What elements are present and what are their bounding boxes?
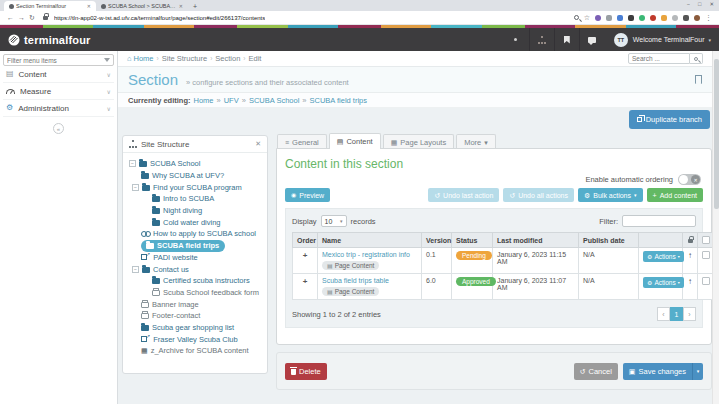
move-up-icon[interactable]: ↑ <box>688 277 692 286</box>
breadcrumb-section[interactable]: Section <box>215 54 240 63</box>
tree-node-label[interactable]: Night diving <box>163 206 202 215</box>
tab-page-layouts[interactable]: ▦Page Layouts <box>383 134 455 149</box>
tree-node-label[interactable]: Find your SCUBA program <box>153 183 242 192</box>
search-button[interactable] <box>690 53 703 64</box>
browser-menu-icon[interactable]: ⋮ <box>705 14 712 21</box>
save-changes-button[interactable]: ▣Save changes <box>623 363 692 380</box>
content-item-link[interactable]: Scuba field trips table <box>322 277 417 284</box>
tree-node-label[interactable]: z_Archive for SCUBA content <box>151 346 249 355</box>
zoom-icon[interactable] <box>574 15 579 20</box>
back-icon[interactable]: ← <box>7 14 14 21</box>
move-up-icon[interactable]: ↑ <box>688 251 692 260</box>
editing-path-scuba-school[interactable]: SCUBA School <box>249 96 299 105</box>
tree-node-label[interactable]: Fraser Valley Scuba Club <box>153 335 237 344</box>
row-checkbox[interactable] <box>702 251 710 259</box>
cancel-button[interactable]: ↺Cancel <box>574 363 618 380</box>
tree-node-label[interactable]: Footer-contact <box>152 311 200 320</box>
col-version[interactable]: Version <box>422 233 452 248</box>
minimize-icon[interactable]: − <box>687 1 690 7</box>
tree-node-label[interactable]: Contact us <box>153 265 189 274</box>
sidebar-item-content[interactable]: ▤ Content ∨ <box>3 66 114 83</box>
profile-avatar[interactable] <box>694 15 700 21</box>
actions-button[interactable]: ⚙Actions▾ <box>643 277 684 288</box>
col-order[interactable]: Order <box>293 233 318 248</box>
duplicate-branch-button[interactable]: Duplicate branch <box>629 110 710 129</box>
tree-node-label[interactable]: Banner image <box>152 300 199 309</box>
close-icon[interactable]: ✕ <box>709 1 714 7</box>
tree-node[interactable]: Why SCUBA at UFV? <box>125 170 265 182</box>
tree-node[interactable]: Scuba gear shopping list <box>125 322 265 334</box>
add-content-button[interactable]: +Add content <box>647 188 703 202</box>
tree-node-selected[interactable]: SCUBA field trips <box>125 240 265 252</box>
editing-path-ufv[interactable]: UFV <box>224 96 239 105</box>
site-structure-icon[interactable] <box>529 28 554 51</box>
tree-node-label[interactable]: How to apply to SCUBA school <box>153 229 256 238</box>
col-publish-date[interactable]: Publish date <box>579 233 639 248</box>
collapse-node-icon[interactable]: − <box>129 160 136 167</box>
tree-node[interactable]: −SCUBA School <box>125 158 265 170</box>
tree-node-label[interactable]: Certified scuba instructors <box>163 276 250 285</box>
page-size-select[interactable]: 10▾ <box>321 215 347 227</box>
editing-path-scuba-field-trips[interactable]: SCUBA field trips <box>310 96 368 105</box>
tree-node[interactable]: Certified scuba instructors <box>125 275 265 287</box>
editing-path-home[interactable]: Home <box>194 96 214 105</box>
tree-node[interactable]: Scuba School feedback form <box>125 287 265 299</box>
tree-node[interactable]: Banner image <box>125 298 265 310</box>
tree-node[interactable]: −Find your SCUBA program <box>125 181 265 193</box>
browser-tab[interactable]: SCUBA School > SCUBA field tri ✕ <box>96 1 188 11</box>
move-handle-icon[interactable]: + <box>303 251 308 260</box>
tab-general[interactable]: ≡General <box>277 134 327 149</box>
extension-icon[interactable] <box>672 15 678 21</box>
tree-node[interactable]: ▦z_Archive for SCUBA content <box>125 345 265 357</box>
extensions-puzzle-icon[interactable] <box>683 15 689 21</box>
collapse-node-icon[interactable]: − <box>132 266 139 273</box>
sidebar-item-measure[interactable]: Measure ∨ <box>3 83 114 100</box>
select-all-checkbox[interactable] <box>702 236 710 244</box>
tree-node-label[interactable]: SCUBA field trips <box>157 241 219 250</box>
extension-icon[interactable] <box>606 15 612 21</box>
tree-node-label[interactable]: Scuba School feedback form <box>163 288 259 297</box>
welcome-user-menu[interactable]: Welcome TerminalFour <box>633 36 705 43</box>
tab-content[interactable]: ▤Content <box>329 133 381 149</box>
extension-icon[interactable] <box>617 15 623 21</box>
tree-node-label[interactable]: Cold water diving <box>163 218 221 227</box>
col-status[interactable]: Status <box>452 233 493 248</box>
maximize-icon[interactable]: □ <box>698 1 701 7</box>
collapse-node-icon[interactable]: − <box>132 184 139 191</box>
bookmarks-icon[interactable] <box>554 28 579 51</box>
new-tab-button[interactable]: + <box>193 3 197 10</box>
table-filter-input[interactable] <box>622 215 696 227</box>
current-page-button[interactable]: 1 <box>670 307 683 321</box>
tree-node[interactable]: ↗Fraser Valley Scuba Club <box>125 333 265 345</box>
search-input[interactable] <box>628 53 690 64</box>
tree-node-label[interactable]: Why SCUBA at UFV? <box>152 171 224 180</box>
forward-icon[interactable]: → <box>18 14 25 21</box>
collapse-sidebar-button[interactable]: « <box>53 123 64 134</box>
row-checkbox[interactable] <box>702 277 710 285</box>
tree-node-label[interactable]: SCUBA School <box>150 159 200 168</box>
browser-tab-active[interactable]: Section Terminalfour ✕ <box>4 1 96 11</box>
tree-node[interactable]: Intro to SCUBA <box>125 193 265 205</box>
col-name[interactable]: Name <box>318 233 422 248</box>
tree-node-label[interactable]: PADI website <box>153 253 197 262</box>
feedback-chat-icon[interactable] <box>579 28 604 51</box>
scrollbar-thumb[interactable] <box>714 59 719 209</box>
undo-last-action-button[interactable]: ↺Undo last action <box>428 188 499 202</box>
prev-page-button[interactable]: ‹ <box>657 307 670 321</box>
user-avatar[interactable]: TT <box>614 33 628 47</box>
filter-menu-input[interactable] <box>7 57 97 64</box>
tree-node[interactable]: Night diving <box>125 205 265 217</box>
delete-button[interactable]: Delete <box>285 363 327 380</box>
tree-node-label[interactable]: Intro to SCUBA <box>163 194 214 203</box>
tree-node[interactable]: Footer-contact <box>125 310 265 322</box>
col-last-modified[interactable]: Last modified <box>493 233 579 248</box>
tree-node[interactable]: ↗PADI website <box>125 252 265 264</box>
move-handle-icon[interactable]: + <box>303 277 308 286</box>
reload-icon[interactable]: ↻ <box>29 14 35 21</box>
close-panel-icon[interactable]: ✕ <box>255 140 261 148</box>
bulk-actions-button[interactable]: ⚙Bulk actions▾ <box>578 188 643 202</box>
terminalfour-logo[interactable]: terminalfour <box>8 34 91 46</box>
close-tab-icon[interactable]: ✕ <box>87 3 91 9</box>
auto-ordering-toggle[interactable]: ✕ <box>678 174 701 185</box>
preview-button[interactable]: ◉Preview <box>285 188 330 202</box>
